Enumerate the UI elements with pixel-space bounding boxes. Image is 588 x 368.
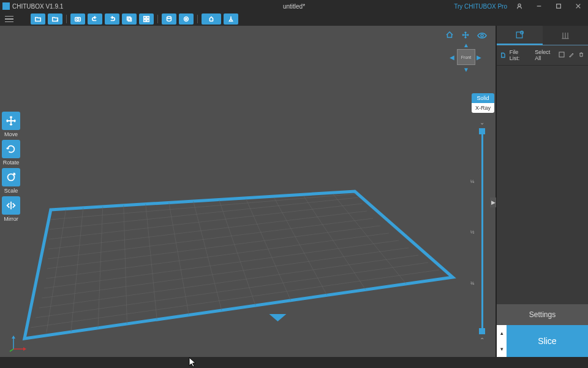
copy-button[interactable] [122, 13, 137, 25]
close-button[interactable] [571, 1, 586, 11]
cube-left[interactable]: ◀ [449, 54, 455, 60]
file-list-body [497, 66, 588, 304]
scale-tool[interactable]: Scale [1, 168, 21, 194]
view-cube[interactable]: Front ▲ ▼ ◀ ▶ [454, 45, 478, 70]
profile-stepper: ▴ ▾ [497, 325, 507, 357]
cube-down[interactable]: ▼ [463, 66, 469, 72]
undo-button[interactable] [88, 13, 102, 25]
minimize-button[interactable] [532, 1, 546, 11]
redo-button[interactable] [105, 13, 119, 25]
slider-top-chevron[interactable]: ⌄ [478, 118, 486, 127]
open-file-button[interactable] [31, 13, 45, 25]
support-settings-button[interactable] [202, 13, 221, 25]
svg-point-46 [481, 34, 483, 37]
move-tool[interactable]: Move [1, 112, 21, 137]
svg-line-27 [48, 211, 367, 249]
file-list-header: File List: Select All [497, 45, 588, 66]
slider-handle-bottom[interactable] [479, 328, 485, 334]
screenshot-button[interactable] [70, 13, 85, 25]
app-icon [2, 2, 10, 10]
try-pro-link[interactable]: Try CHITUBOX Pro [454, 3, 507, 10]
svg-rect-10 [147, 17, 149, 18]
axis-gizmo [9, 334, 27, 352]
svg-point-0 [518, 4, 521, 6]
right-panel-tabs [497, 26, 588, 45]
svg-line-29 [50, 197, 358, 229]
file-list-label: File List: [510, 49, 528, 61]
menu-button[interactable] [2, 13, 16, 25]
slider-tick-1: ¼ [470, 178, 475, 184]
svg-line-32 [71, 207, 83, 332]
slider-tick-2: ½ [470, 229, 475, 235]
status-bar [0, 357, 588, 368]
svg-rect-7 [127, 17, 130, 20]
svg-line-19 [31, 270, 439, 328]
profile-down[interactable]: ▾ [497, 341, 507, 357]
pan-button[interactable] [461, 31, 470, 42]
auto-layout-button[interactable] [139, 13, 154, 25]
svg-line-25 [47, 226, 380, 269]
separator [157, 15, 158, 23]
rotate-label: Rotate [3, 159, 20, 166]
svg-rect-58 [559, 52, 564, 57]
left-tools: Move Rotate Scale Mirror [1, 112, 21, 222]
svg-point-13 [167, 17, 172, 18]
svg-line-34 [124, 205, 127, 330]
select-all-checkbox[interactable] [559, 52, 565, 59]
view-controls: Front ▲ ▼ ◀ ▶ [442, 29, 491, 85]
viewport[interactable]: Move Rotate Scale Mirror [0, 26, 496, 357]
svg-line-23 [44, 240, 399, 288]
slice-button[interactable]: Slice [507, 325, 588, 357]
svg-rect-2 [557, 4, 561, 9]
slider-track[interactable]: ¼ ½ ¾ [481, 129, 483, 333]
tab-objects[interactable] [497, 26, 543, 45]
perspective-button[interactable] [477, 31, 487, 42]
panel-collapse-button[interactable]: ▶ [490, 197, 496, 207]
slider-handle-top[interactable] [479, 128, 485, 134]
svg-rect-52 [516, 32, 522, 38]
slider-tick-3: ¾ [470, 280, 475, 286]
profile-up[interactable]: ▴ [497, 325, 507, 341]
cube-up[interactable]: ▲ [463, 42, 469, 48]
svg-point-53 [521, 31, 524, 34]
display-mode-toggle: Solid X-Ray [472, 93, 494, 113]
svg-line-24 [46, 233, 389, 278]
user-icon[interactable] [512, 1, 527, 11]
settings-button[interactable]: Settings [497, 304, 588, 325]
cube-right[interactable]: ▶ [476, 54, 482, 60]
svg-line-33 [98, 206, 103, 331]
solid-mode[interactable]: Solid [472, 93, 494, 103]
svg-line-35 [146, 204, 158, 329]
svg-marker-18 [24, 191, 453, 339]
maximize-button[interactable] [551, 1, 566, 11]
move-label: Move [4, 131, 18, 137]
tab-supports[interactable] [543, 26, 589, 45]
toolbar [0, 12, 588, 26]
right-panel: File List: Select All Settings ▴ ▾ Slice [496, 26, 588, 357]
svg-marker-43 [269, 314, 286, 321]
hollow-button[interactable] [162, 13, 176, 25]
svg-point-6 [77, 18, 78, 20]
home-view-button[interactable] [445, 31, 454, 41]
select-all-label: Select All [535, 49, 555, 61]
svg-rect-8 [128, 18, 131, 21]
svg-line-51 [10, 349, 13, 351]
xray-mode[interactable]: X-Ray [472, 103, 494, 113]
svg-marker-48 [12, 335, 15, 339]
separator [197, 15, 198, 23]
repair-button[interactable] [224, 13, 238, 25]
svg-line-40 [274, 197, 335, 310]
save-file-button[interactable] [48, 13, 62, 25]
svg-line-41 [303, 196, 374, 303]
rotate-tool[interactable]: Rotate [1, 140, 21, 166]
slider-bottom-chevron[interactable]: ⌃ [478, 335, 486, 345]
svg-line-28 [49, 204, 362, 239]
cube-face[interactable]: Front [457, 49, 475, 65]
edit-button[interactable] [568, 52, 575, 59]
titlebar: CHITUBOX V1.9.1 untitled* Try CHITUBOX P… [0, 0, 588, 12]
mirror-tool[interactable]: Mirror [1, 196, 21, 222]
app-name: CHITUBOX V1.9.1 [12, 3, 63, 10]
dig-hole-button[interactable] [179, 13, 194, 25]
file-icon [500, 52, 506, 58]
delete-button[interactable] [578, 52, 584, 59]
